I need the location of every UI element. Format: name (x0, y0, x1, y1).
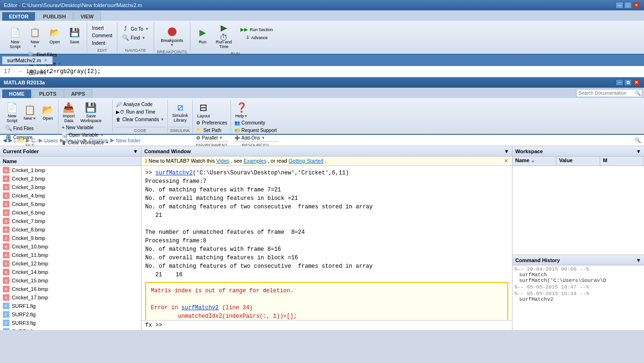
insert-btn[interactable]: Insert (90, 25, 114, 32)
file-item-Cricket_9-bmp[interactable]: BCricket_9.bmp (0, 234, 141, 242)
file-item-Cricket_2-bmp[interactable]: BCricket_2.bmp (0, 174, 141, 183)
request-support-btn[interactable]: 🎫 Request Support (233, 127, 278, 134)
parallel-btn[interactable]: ⚙ Parallel ▼ (195, 134, 229, 141)
advance-btn[interactable]: ⇩ Advance (244, 34, 270, 41)
file-item-Cricket_12-bmp[interactable]: BCricket_12.bmp (0, 259, 141, 268)
file-item-Cricket_14-bmp[interactable]: BCricket_14.bmp (0, 268, 141, 276)
tip-video-link[interactable]: Video (216, 158, 230, 164)
cmd-function-link[interactable]: surfMatchv2 (156, 170, 193, 176)
parallel-icon: ⚙ (196, 135, 200, 140)
breakpoints-btn[interactable]: ⬤ Breakpoints ▼ (158, 23, 186, 49)
matlab-tab-home[interactable]: HOME (2, 89, 32, 98)
error-function-link[interactable]: surfMatchv2 (182, 305, 219, 311)
editor-new-btn[interactable]: 📋 New ▼ (25, 25, 44, 50)
indent-btn[interactable]: Indent (90, 40, 114, 47)
current-folder-options-btn[interactable]: ▼ (133, 148, 138, 154)
editor-maximize-btn[interactable]: □ (624, 2, 632, 8)
history-sep-1: %-- 29-04-2015 00:08 --% (514, 266, 642, 272)
cmd-output-3: No. of overall matching features in bloc… (145, 194, 508, 203)
file-tab-close-btn[interactable]: ✕ (44, 58, 48, 63)
run-btn[interactable]: ▶ Run (193, 25, 212, 46)
file-item-SURF4-fig[interactable]: FSURF4.fig (0, 327, 141, 330)
file-item-Cricket_4-bmp[interactable]: BCricket_4.bmp (0, 191, 141, 200)
breadcrumb-new-folder[interactable]: New folder (116, 138, 141, 143)
save-workspace-btn[interactable]: 💾 SaveWorkspace (78, 101, 104, 124)
breadcrumb-desktop[interactable]: Desktop (89, 138, 108, 143)
history-item-surfmatchv2[interactable]: surfMatchv2 (514, 297, 642, 302)
breadcrumb-c-drive[interactable]: C: (32, 138, 37, 143)
tip-close-btn[interactable]: ✕ (504, 158, 508, 164)
tip-examples-link[interactable]: Examples (244, 158, 266, 164)
layout-btn[interactable]: ⊟ Layout (195, 101, 212, 119)
editor-open-btn[interactable]: 📂 Open (45, 25, 64, 46)
file-item-SURF3-fig[interactable]: FSURF3.fig (0, 319, 141, 327)
editor-edit-group: Insert Comment Indent EDIT (87, 23, 117, 53)
file-item-Cricket_17-bmp[interactable]: BCricket_17.bmp (0, 293, 141, 302)
run-section-btn[interactable]: ▶▶ Run Section (239, 26, 275, 33)
run-and-time-btn[interactable]: ▶⏱ Run andTime (213, 25, 235, 50)
editor-file-group: 📄 NewScript 📋 New ▼ 📂 Open 💾 Save 🔍 Find… (3, 23, 87, 53)
editor-close-btn[interactable]: ✕ (633, 2, 640, 8)
workspace-options-btn[interactable]: ▼ (636, 148, 641, 154)
breadcrumb-forward-btn[interactable]: ▶ (8, 137, 12, 143)
file-item-Cricket_11-bmp[interactable]: BCricket_11.bmp (0, 251, 141, 259)
breadcrumb-sourav[interactable]: Sourav (66, 138, 82, 143)
matlab-find-files-btn[interactable]: 🔍 Find Files (4, 124, 56, 132)
matlab-file-group: 📄 NewScript 📋 New ▼ 📂 Open 🔍 Find Files (2, 100, 58, 134)
import-data-btn[interactable]: 📥 ImportData (60, 101, 77, 124)
add-ons-btn[interactable]: ➕ Add-Ons ▼ (233, 134, 278, 141)
matlab-tab-plots[interactable]: PLOTS (32, 89, 64, 98)
matlab-open-btn[interactable]: 📂 Open (40, 103, 56, 122)
history-item-surfmatch[interactable]: surfMatch (514, 272, 642, 278)
editor-tab-editor[interactable]: EDITOR (2, 12, 35, 21)
file-item-Cricket_16-bmp[interactable]: BCricket_16.bmp (0, 285, 141, 293)
go-to-btn[interactable]: ⤴ Go To ▼ (120, 25, 150, 33)
matlab-new-btn[interactable]: 📋 New ▼ (21, 103, 39, 122)
file-name: Cricket_15.bmp (12, 278, 48, 283)
search-documentation-box[interactable]: 🔍 (576, 89, 642, 97)
clear-commands-btn[interactable]: 🗑 Clear Commands ▼ (115, 116, 165, 123)
file-item-Cricket_10-bmp[interactable]: BCricket_10.bmp (0, 242, 141, 251)
simulink-library-btn[interactable]: ⧄ SimulinkLibrary (170, 100, 190, 124)
file-item-SURF1-fig[interactable]: FSURF1.fig (0, 302, 141, 310)
editor-tab-publish[interactable]: PUBLISH (36, 12, 73, 21)
open-icon: 📂 (48, 26, 61, 39)
set-path-btn[interactable]: 📁 Set Path (195, 127, 229, 134)
editor-save-btn[interactable]: 💾 Save (65, 25, 84, 46)
preferences-btn[interactable]: ⚙ Preferences (195, 119, 229, 126)
breadcrumb-users[interactable]: Users (44, 138, 58, 143)
editor-minimize-btn[interactable]: ─ (616, 2, 623, 8)
matlab-close-btn[interactable]: ✕ (633, 79, 640, 86)
cmd-window-options-btn[interactable]: ▼ (504, 148, 509, 154)
file-item-Cricket_1-bmp[interactable]: BCricket_1.bmp (0, 166, 141, 174)
file-item-Cricket_7-bmp[interactable]: BCricket_7.bmp (0, 217, 141, 225)
surfmatchv2-tab[interactable]: surfMatchv2.m ✕ (2, 56, 53, 65)
analyze-code-btn[interactable]: 🔎 Analyze Code (115, 101, 165, 108)
help-btn[interactable]: ❓ Help ▼ (233, 101, 250, 119)
history-item-surfmatch-path[interactable]: surfMatch('C:\Users\Sourav\D (514, 278, 642, 283)
matlab-minimize-btn[interactable]: ─ (616, 79, 623, 86)
file-item-Cricket_6-bmp[interactable]: BCricket_6.bmp (0, 208, 141, 217)
tip-getting-started-link[interactable]: Getting Started (289, 158, 323, 164)
search-documentation-input[interactable] (578, 91, 635, 96)
file-item-Cricket_5-bmp[interactable]: BCricket_5.bmp (0, 200, 141, 208)
simulink-icon: ⧄ (177, 102, 183, 113)
history-options-btn[interactable]: ▼ (636, 257, 641, 263)
file-item-Cricket_15-bmp[interactable]: BCricket_15.bmp (0, 276, 141, 285)
run-section-advance-btn[interactable]: ▶▶ Run Section ⇩ Advance (236, 25, 278, 42)
matlab-restore-btn[interactable]: ⧉ (624, 79, 632, 86)
command-window-content[interactable]: >> surfMatchv2('C:\Users\Sourav\Desktop\… (141, 166, 512, 320)
breadcrumb-back-btn[interactable]: ◀ (3, 137, 7, 143)
find-btn[interactable]: 🔍 Find ▼ (120, 33, 150, 42)
matlab-tab-apps[interactable]: APPS (64, 89, 92, 98)
file-item-Cricket_8-bmp[interactable]: BCricket_8.bmp (0, 225, 141, 234)
comment-btn[interactable]: Comment (90, 32, 114, 39)
new-script-btn[interactable]: 📄 NewScript (4, 101, 20, 124)
editor-tab-view[interactable]: VIEW (74, 12, 101, 21)
file-item-Cricket_3-bmp[interactable]: BCricket_3.bmp (0, 183, 141, 191)
community-btn[interactable]: 👥 Community (233, 119, 278, 126)
run-and-time-btn2[interactable]: ▶⏱ Run and Time (115, 108, 165, 116)
file-item-SURF2-fig[interactable]: FSURF2.fig (0, 310, 141, 319)
editor-new-script-btn[interactable]: 📄 NewScript (6, 25, 25, 50)
new-variable-btn[interactable]: + New Variable (60, 124, 110, 131)
